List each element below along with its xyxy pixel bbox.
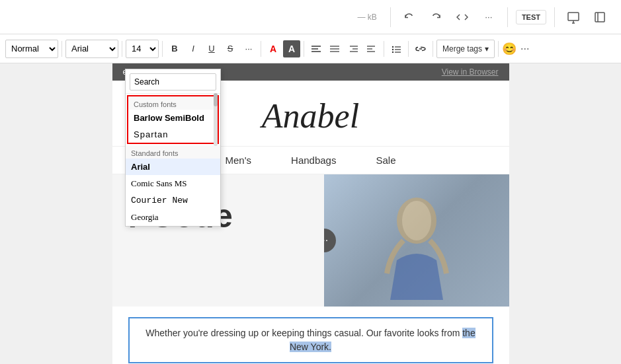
email-canvas: exciting promotions View in Browser Anab… xyxy=(0,63,621,364)
custom-fonts-label: Custom fonts xyxy=(128,96,218,110)
standard-fonts-section: Standard fonts Arial Comic Sans MS Couri… xyxy=(126,145,220,226)
nav-item-mens[interactable]: Men's xyxy=(226,155,252,166)
fullscreen-button[interactable] xyxy=(589,7,610,28)
sep-5 xyxy=(304,41,304,57)
link-button[interactable] xyxy=(412,40,429,57)
text-block[interactable]: Whether you're dressing up or keeping th… xyxy=(128,317,493,363)
top-toolbar: — kB ··· TEST xyxy=(0,0,621,34)
undo-button[interactable] xyxy=(399,7,420,28)
scroll-thumb xyxy=(214,93,218,106)
svg-rect-0 xyxy=(568,13,579,20)
code-view-button[interactable] xyxy=(452,7,473,28)
indent-button[interactable] xyxy=(345,40,362,57)
svg-rect-1 xyxy=(595,13,604,22)
font-select-wrapper: Arial Custom fonts Barlow SemiBold Spart… xyxy=(65,40,118,58)
main-content: exciting promotions View in Browser Anab… xyxy=(0,63,621,364)
text-block-content: Whether you're dressing up or keeping th… xyxy=(145,328,462,338)
font-item-georgia[interactable]: Georgia xyxy=(126,209,220,226)
svg-point-17 xyxy=(392,48,393,50)
font-search-wrap xyxy=(126,69,220,94)
scroll-bar xyxy=(214,93,218,146)
font-item-barlow[interactable]: Barlow SemiBold xyxy=(128,110,218,126)
merge-tags-button[interactable]: Merge tags ▾ xyxy=(436,40,495,58)
toolbar-divider-1 xyxy=(390,7,391,27)
custom-fonts-list: Barlow SemiBold Spartan xyxy=(128,110,218,143)
paragraph-style-select[interactable]: Normal xyxy=(5,40,58,58)
strikethrough-button[interactable]: S xyxy=(222,40,239,57)
unindent-button[interactable] xyxy=(363,40,380,57)
toolbar-divider-3 xyxy=(554,7,555,27)
sep-1 xyxy=(62,41,62,57)
font-color-button[interactable]: A xyxy=(265,40,282,57)
format-toolbar: Normal Arial Custom fonts Barlow SemiBol… xyxy=(0,34,621,63)
font-item-spartan[interactable]: Spartan xyxy=(128,126,218,143)
kb-display: — kB xyxy=(358,13,377,22)
preview-button[interactable] xyxy=(563,7,584,28)
emoji-button[interactable]: 😊 xyxy=(502,43,517,55)
more-toolbar-button[interactable]: ··· xyxy=(518,43,532,55)
banner-right: ··· xyxy=(324,174,509,307)
sep-7 xyxy=(408,41,409,57)
more-formats-button[interactable]: ··· xyxy=(240,40,257,57)
view-in-browser-link[interactable]: View in Browser xyxy=(442,67,499,77)
svg-point-22 xyxy=(402,201,431,240)
nav-item-sale[interactable]: Sale xyxy=(376,155,395,166)
svg-point-15 xyxy=(392,46,393,47)
font-item-comic-sans[interactable]: Comic Sans MS xyxy=(126,175,220,192)
bold-button[interactable]: B xyxy=(166,40,183,57)
standard-fonts-label: Standard fonts xyxy=(126,145,220,159)
redo-button[interactable] xyxy=(425,7,446,28)
svg-point-19 xyxy=(392,51,393,52)
sep-2 xyxy=(122,41,122,57)
line-height-button[interactable] xyxy=(326,40,343,57)
align-button[interactable] xyxy=(308,40,325,57)
italic-button[interactable]: I xyxy=(185,40,202,57)
banner-image xyxy=(324,174,509,307)
sep-3 xyxy=(162,41,163,57)
font-size-select[interactable]: 14 xyxy=(126,40,159,58)
font-dropdown: Custom fonts Barlow SemiBold Spartan Sta… xyxy=(125,69,221,227)
underline-button[interactable]: U xyxy=(203,40,220,57)
custom-fonts-section: Custom fonts Barlow SemiBold Spartan xyxy=(127,95,219,144)
font-item-courier-new[interactable]: Courier New xyxy=(126,192,220,209)
list-button[interactable] xyxy=(388,40,405,57)
highlight-color-button[interactable]: A xyxy=(283,40,300,57)
sep-9 xyxy=(498,41,499,57)
font-item-arial[interactable]: Arial xyxy=(126,159,220,175)
toolbar-divider-2 xyxy=(507,7,508,27)
nav-item-handbags[interactable]: Handbags xyxy=(291,155,336,166)
more-options-button[interactable]: ··· xyxy=(478,7,499,28)
test-button[interactable]: TEST xyxy=(516,10,546,24)
sep-8 xyxy=(433,41,433,57)
sep-6 xyxy=(384,41,384,57)
sep-4 xyxy=(261,41,261,57)
font-family-select[interactable]: Arial xyxy=(65,40,118,58)
font-search-input[interactable] xyxy=(130,73,216,91)
